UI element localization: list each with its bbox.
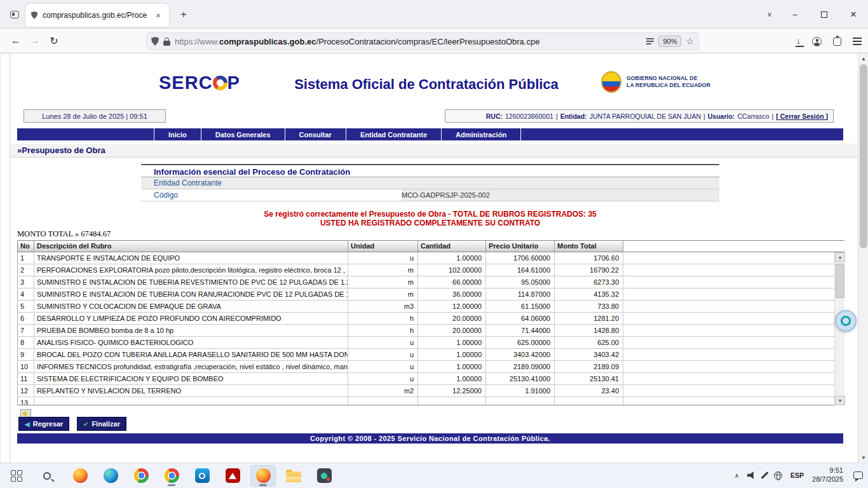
zoom-level-chip[interactable]: 90%	[658, 36, 681, 47]
table-cell	[623, 349, 844, 361]
table-cell: 25130.41000	[486, 373, 555, 385]
volume-icon[interactable]	[747, 471, 756, 480]
menu-button[interactable]	[853, 37, 862, 44]
table-cell	[623, 313, 844, 325]
screen: compraspublicas.gob.ec/Proce × + ∨ – × ←…	[0, 0, 868, 488]
taskbar-chrome[interactable]	[128, 465, 154, 487]
taskbar-file-explorer[interactable]	[281, 465, 306, 487]
minimize-button[interactable]: –	[780, 0, 810, 29]
table-row: 6DESARROLLO Y LIMPIEZA DE POZO PROFUNDO …	[18, 313, 844, 325]
nav-item-datos-generales[interactable]: Datos Generales	[201, 128, 285, 140]
table-cell: DESARROLLO Y LIMPIEZA DE POZO PROFUNDO C…	[34, 313, 348, 325]
search-button[interactable]	[34, 465, 60, 487]
tab-close-icon[interactable]: ×	[153, 10, 164, 21]
codigo-label: Código	[141, 191, 402, 200]
forward-button[interactable]: →	[25, 32, 44, 50]
table-cell: 2189.09	[555, 361, 623, 373]
table-cell: 1.91000	[486, 385, 555, 397]
bookmark-star-icon[interactable]: ☆	[686, 36, 694, 46]
table-cell: INFORMES TECNICOS profundidad, estratigr…	[34, 361, 348, 373]
taskbar-firefox[interactable]	[67, 465, 93, 487]
url-text: https://www.compraspublicas.gob.ec/Proce…	[175, 37, 642, 46]
table-cell: 1281.20	[555, 313, 623, 325]
logout-link[interactable]: [ Cerrar Sesión ]	[776, 112, 828, 120]
accessibility-widget-icon	[841, 316, 851, 326]
reader-mode-icon[interactable]	[646, 38, 654, 44]
table-cell: u	[348, 252, 418, 264]
table-cell	[623, 301, 844, 313]
page-footer: Copyright © 2008 - 2025 Servicio Naciona…	[17, 433, 843, 444]
maximize-button[interactable]	[810, 0, 839, 29]
downloads-icon[interactable]: ↓	[796, 36, 801, 47]
tabs-list-chevron-icon[interactable]: ∨	[759, 0, 780, 29]
table-cell: m	[348, 288, 418, 301]
new-tab-button[interactable]: +	[175, 6, 192, 23]
extensions-icon[interactable]	[833, 37, 841, 46]
taskbar-capture-app[interactable]	[311, 465, 337, 487]
tray-chevron-icon[interactable]: ∧	[735, 472, 739, 479]
network-icon[interactable]	[774, 471, 782, 480]
nav-item-administracion[interactable]: Administración	[442, 128, 521, 140]
table-cell: 114.87000	[486, 288, 555, 301]
table-scrollbar-thumb[interactable]	[836, 264, 844, 298]
account-icon[interactable]	[812, 37, 822, 46]
table-cell: SUMINISTRO E INSTALACION DE TUBERIA REVE…	[34, 276, 348, 288]
page-scroll-up-icon[interactable]: ▲	[858, 53, 868, 64]
language-indicator[interactable]: ESP	[790, 471, 804, 479]
nav-item-consultar[interactable]: Consultar	[285, 128, 346, 140]
taskbar-edge[interactable]	[98, 465, 123, 487]
header-unidad: Unidad	[348, 241, 418, 252]
table-cell: m3	[348, 301, 418, 313]
browser-tab[interactable]: compraspublicas.gob.ec/Proce ×	[25, 4, 169, 27]
notifications-icon[interactable]	[853, 471, 863, 479]
start-icon	[11, 470, 22, 482]
table-cell: 11	[18, 373, 34, 385]
pen-icon[interactable]	[761, 471, 769, 479]
table-row: 12REPLANTEO Y NIVELACION DEL TERRENOm212…	[18, 385, 844, 397]
page-scroll-down-icon[interactable]: ▼	[858, 452, 868, 463]
nav-item-inicio[interactable]: Inicio	[154, 128, 201, 140]
table-cell: BROCAL DEL POZO CON TUBERIA ANILLADA PAR…	[34, 349, 348, 361]
taskbar-firefox-active[interactable]	[250, 465, 276, 487]
regresar-arrow-icon: ◀	[25, 421, 30, 428]
government-branding: GOBIERNO NACIONAL DELA REPUBLICA DEL ECU…	[601, 71, 710, 93]
table-cell: 66.00000	[418, 276, 486, 288]
table-row: 13	[18, 397, 844, 405]
accessibility-widget[interactable]	[835, 310, 857, 332]
table-cell: TRANSPORTE E INSTALACION DE EQUIPO	[34, 252, 348, 264]
finalizar-button[interactable]: ✔ Finalizar	[77, 417, 126, 431]
table-row: 8ANALISIS FISICO- QUIMICO BACTERIOLOGICO…	[18, 337, 844, 349]
page-scrollbar-thumb[interactable]	[860, 64, 867, 248]
taskbar-acrobat[interactable]	[220, 465, 245, 487]
table-cell: 6273.30	[555, 276, 623, 288]
back-button[interactable]: ←	[6, 32, 25, 50]
taskbar-clock[interactable]: 9:5128/7/2025	[812, 466, 843, 484]
rubros-table-body: 1TRANSPORTE E INSTALACION DE EQUIPOu1.00…	[17, 252, 844, 405]
table-cell: 12	[18, 385, 34, 397]
regresar-button[interactable]: ◀ Regresar	[18, 417, 69, 431]
finalizar-check-icon: ✔	[83, 421, 88, 428]
table-cell: 20.00000	[418, 325, 486, 337]
close-button[interactable]: ×	[839, 0, 868, 29]
entidad-contratante-label: Entidad Contratante	[141, 179, 402, 187]
table-cell: SUMINISTRO E INSTALACION DE TUBERIA CON …	[34, 288, 348, 301]
url-bar[interactable]: https://www.compraspublicas.gob.ec/Proce…	[146, 32, 699, 50]
tab-favicon-icon	[31, 11, 37, 19]
table-scroll-up-icon[interactable]: ▲	[835, 252, 845, 262]
table-cell: u	[348, 337, 418, 349]
firefox-view-icon[interactable]	[8, 8, 22, 22]
reload-button[interactable]: ↻	[44, 32, 64, 50]
table-cell	[623, 385, 844, 397]
table-scroll-down-icon[interactable]: ▼	[835, 396, 845, 405]
page-scrollbar[interactable]: ▲ ▼	[858, 53, 868, 463]
nav-item-entidad-contratante[interactable]: Entidad Contratante	[346, 128, 442, 140]
table-cell: PERFORACIONES EXPLORATORIA pozo piloto,d…	[34, 264, 348, 276]
taskbar-outlook[interactable]	[189, 465, 215, 487]
table-cell: 61.15000	[486, 301, 555, 313]
table-cell: 5	[18, 301, 34, 313]
table-cell: 102.00000	[418, 264, 486, 276]
table-cell: 2	[18, 264, 34, 276]
taskbar-chrome-2[interactable]	[159, 465, 184, 487]
tracking-protection-shield-icon[interactable]	[151, 37, 159, 46]
start-button[interactable]	[4, 465, 29, 487]
